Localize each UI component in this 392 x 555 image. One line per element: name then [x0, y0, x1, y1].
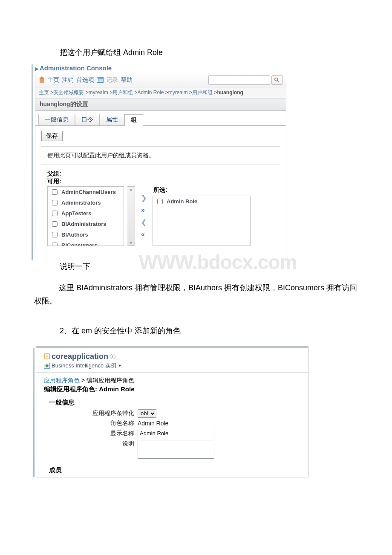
em-section-members: 成员 — [49, 466, 300, 474]
svg-line-1 — [277, 80, 279, 82]
save-button[interactable]: 保存 — [41, 131, 63, 141]
up-icon — [44, 353, 50, 359]
tab-password[interactable]: 口令 — [75, 114, 100, 125]
parent-group-label: 父组: — [47, 170, 280, 178]
em-title: coreapplication i — [44, 352, 302, 361]
page-title: huanglong的设置 — [35, 98, 286, 111]
step2: 2、在 em 的安全性中 添加新的角色 — [60, 324, 358, 338]
nav-help[interactable]: 帮助 — [121, 76, 133, 84]
list-item[interactable] — [52, 211, 58, 216]
em-heading: 编辑应用程序角色: Admin Role — [44, 385, 300, 393]
label-stripe: 应用程序条带化 — [44, 410, 138, 417]
label-role-name: 角色名称 — [44, 419, 138, 427]
explain-body: 这里 BIAdministrators 拥有管理权限，BIAuthors 拥有创… — [34, 281, 358, 307]
label-desc: 说明 — [44, 440, 138, 448]
move-right-icon[interactable]: ❯ — [141, 194, 147, 202]
nav-record: 记录 — [106, 76, 118, 84]
label-display-name: 显示名称 — [44, 430, 138, 437]
nav-home[interactable]: 主页 — [47, 76, 59, 84]
watermark: WWW.bdocx.com — [139, 251, 297, 274]
scrollbar[interactable]: ▲▼ — [127, 186, 135, 246]
search-button[interactable] — [271, 75, 282, 85]
list-item[interactable] — [52, 221, 58, 227]
list-item[interactable] — [52, 243, 58, 246]
instance-icon: ◆ — [44, 363, 50, 369]
display-name-input[interactable] — [138, 429, 214, 438]
tab-groups[interactable]: 组 — [124, 114, 143, 126]
dropdown-icon: ▼ — [118, 364, 122, 368]
em-crumb-link[interactable]: 应用程序角色 — [44, 377, 80, 384]
console-title: ▶Administration Console — [35, 64, 358, 72]
em-breadcrumb: 应用程序角色 > 编辑应用程序角色 — [44, 377, 300, 384]
info-icon: i — [110, 354, 115, 359]
nav-pref[interactable]: 首选项 — [76, 76, 94, 84]
em-section-general: 一般信息 — [49, 399, 300, 407]
nav-logout[interactable]: 注销 — [62, 76, 74, 84]
desc-textarea[interactable] — [138, 440, 214, 459]
selected-listbox[interactable]: Admin Role — [153, 196, 251, 246]
tab-general[interactable]: 一般信息 — [38, 114, 75, 125]
breadcrumb: 主页 >安全领域概要 >myrealm >用户和组 >Admin Role >m… — [35, 87, 286, 98]
explain-prefix: 说明一下 — [60, 260, 90, 273]
available-label: 可用: — [47, 178, 251, 185]
role-name-value: Admin Role — [138, 420, 168, 427]
home-icon — [39, 77, 45, 83]
em-subtitle[interactable]: ◆ Business Intelligence 实例 ▼ — [44, 362, 302, 370]
doc-intro: 把这个用户赋给组 Admin Role — [60, 46, 358, 59]
list-item[interactable] — [157, 199, 163, 204]
help-text: 使用此页可以配置此用户的组成员资格。 — [47, 152, 280, 159]
move-all-right-icon[interactable]: » — [141, 206, 147, 214]
svg-point-0 — [275, 78, 278, 81]
search-input[interactable] — [208, 75, 270, 85]
move-all-left-icon[interactable]: « — [141, 231, 147, 238]
stripe-select[interactable]: obi — [138, 409, 156, 418]
list-item[interactable] — [52, 232, 58, 237]
tab-attributes[interactable]: 属性 — [100, 114, 124, 125]
record-icon — [97, 77, 104, 83]
list-item[interactable] — [52, 200, 58, 205]
available-listbox[interactable]: AdminChannelUsers Administrators AppTest… — [47, 186, 124, 246]
move-left-icon[interactable]: ❮ — [141, 218, 147, 226]
selected-label: 所选: — [153, 186, 251, 194]
list-item[interactable] — [52, 189, 58, 195]
